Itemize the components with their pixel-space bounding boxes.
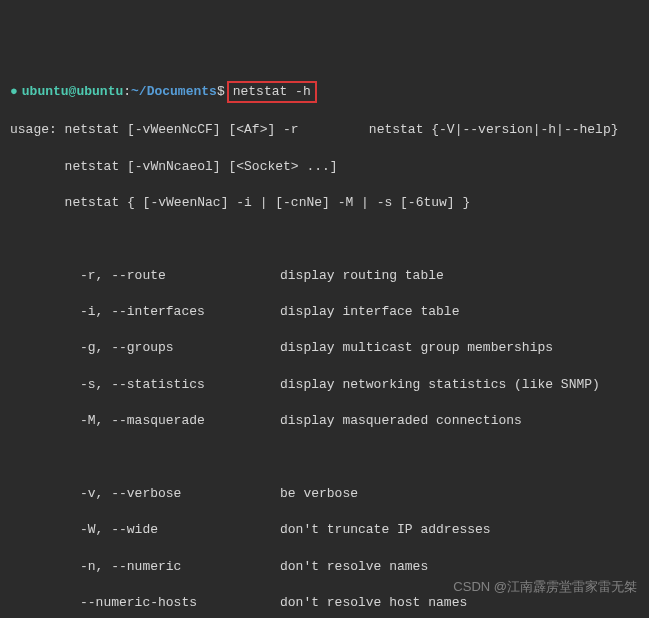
option-line: -g, --groupsdisplay multicast group memb… <box>10 339 639 357</box>
option-line: -W, --widedon't truncate IP addresses <box>10 521 639 539</box>
prompt-dot-icon: ● <box>10 83 18 101</box>
option-line: -s, --statisticsdisplay networking stati… <box>10 376 639 394</box>
prompt-user-host: ubuntu@ubuntu <box>22 83 123 101</box>
usage-line: netstat { [-vWeenNac] -i | [-cnNe] -M | … <box>10 194 639 212</box>
blank-line <box>10 230 639 248</box>
option-line: -r, --routedisplay routing table <box>10 267 639 285</box>
prompt-path: ~/Documents <box>131 83 217 101</box>
command-text: netstat -h <box>233 84 311 99</box>
option-line: -i, --interfacesdisplay interface table <box>10 303 639 321</box>
option-line: --numeric-hostsdon't resolve host names <box>10 594 639 612</box>
watermark-text: CSDN @江南霹雳堂雷家雷无桀 <box>453 578 637 596</box>
prompt-colon: : <box>123 83 131 101</box>
option-line: -M, --masqueradedisplay masqueraded conn… <box>10 412 639 430</box>
highlighted-command-box: netstat -h <box>227 81 317 103</box>
prompt-dollar: $ <box>217 83 225 101</box>
usage-line: usage: netstat [-vWeenNcCF] [<Af>] -r ne… <box>10 121 639 139</box>
option-line: -n, --numericdon't resolve names <box>10 558 639 576</box>
blank-line <box>10 449 639 467</box>
usage-line: netstat [-vWnNcaeol] [<Socket> ...] <box>10 158 639 176</box>
option-line: -v, --verbosebe verbose <box>10 485 639 503</box>
prompt-line[interactable]: ●ubuntu@ubuntu:~/Documents$netstat -h <box>10 81 639 103</box>
